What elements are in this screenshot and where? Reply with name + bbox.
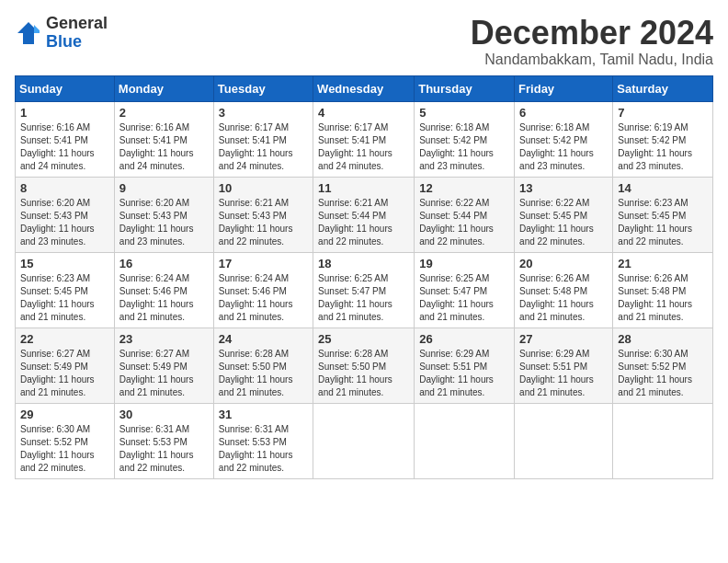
- calendar-header-friday: Friday: [515, 75, 613, 101]
- day-number: 4: [318, 106, 409, 120]
- day-number: 9: [119, 181, 209, 195]
- page-header: General Blue December 2024 Nandambakkam,…: [15, 15, 713, 68]
- day-info: Sunrise: 6:21 AM Sunset: 5:43 PM Dayligh…: [219, 197, 308, 248]
- day-info: Sunrise: 6:24 AM Sunset: 5:46 PM Dayligh…: [119, 272, 209, 324]
- calendar-cell: 9Sunrise: 6:20 AM Sunset: 5:43 PM Daylig…: [114, 177, 213, 252]
- calendar-cell: 8Sunrise: 6:20 AM Sunset: 5:43 PM Daylig…: [16, 177, 115, 252]
- calendar-cell: [613, 403, 713, 478]
- calendar-cell: 17Sunrise: 6:24 AM Sunset: 5:46 PM Dayli…: [213, 252, 313, 327]
- calendar-cell: 24Sunrise: 6:28 AM Sunset: 5:50 PM Dayli…: [213, 327, 313, 403]
- day-number: 2: [119, 106, 209, 120]
- day-number: 14: [618, 181, 708, 195]
- day-info: Sunrise: 6:23 AM Sunset: 5:45 PM Dayligh…: [618, 197, 708, 248]
- calendar-cell: 29Sunrise: 6:30 AM Sunset: 5:52 PM Dayli…: [16, 403, 115, 478]
- calendar-cell: 3Sunrise: 6:17 AM Sunset: 5:41 PM Daylig…: [213, 101, 313, 177]
- day-info: Sunrise: 6:31 AM Sunset: 5:53 PM Dayligh…: [219, 423, 308, 475]
- day-info: Sunrise: 6:25 AM Sunset: 5:47 PM Dayligh…: [419, 272, 509, 324]
- day-number: 25: [318, 332, 409, 346]
- calendar-cell: 7Sunrise: 6:19 AM Sunset: 5:42 PM Daylig…: [613, 101, 713, 177]
- calendar-cell: 25Sunrise: 6:28 AM Sunset: 5:50 PM Dayli…: [313, 327, 415, 403]
- day-info: Sunrise: 6:24 AM Sunset: 5:46 PM Dayligh…: [219, 272, 308, 324]
- day-number: 13: [519, 181, 608, 195]
- day-number: 11: [318, 181, 409, 195]
- calendar-cell: 19Sunrise: 6:25 AM Sunset: 5:47 PM Dayli…: [415, 252, 515, 327]
- day-number: 15: [20, 257, 109, 270]
- calendar-cell: 13Sunrise: 6:22 AM Sunset: 5:45 PM Dayli…: [515, 177, 613, 252]
- calendar-header-tuesday: Tuesday: [213, 75, 313, 101]
- day-number: 10: [219, 181, 308, 195]
- calendar-cell: 28Sunrise: 6:30 AM Sunset: 5:52 PM Dayli…: [613, 327, 713, 403]
- calendar-cell: 6Sunrise: 6:18 AM Sunset: 5:42 PM Daylig…: [515, 101, 613, 177]
- calendar-week-5: 29Sunrise: 6:30 AM Sunset: 5:52 PM Dayli…: [16, 403, 713, 478]
- calendar-cell: 27Sunrise: 6:29 AM Sunset: 5:51 PM Dayli…: [515, 327, 613, 403]
- calendar-header-wednesday: Wednesday: [313, 75, 415, 101]
- calendar-cell: 2Sunrise: 6:16 AM Sunset: 5:41 PM Daylig…: [114, 101, 213, 177]
- calendar-table: SundayMondayTuesdayWednesdayThursdayFrid…: [15, 75, 713, 479]
- day-info: Sunrise: 6:17 AM Sunset: 5:41 PM Dayligh…: [318, 121, 409, 173]
- day-number: 21: [618, 257, 708, 270]
- day-number: 23: [119, 332, 209, 346]
- calendar-week-4: 22Sunrise: 6:27 AM Sunset: 5:49 PM Dayli…: [16, 327, 713, 403]
- day-info: Sunrise: 6:22 AM Sunset: 5:44 PM Dayligh…: [419, 197, 509, 248]
- calendar-cell: [415, 403, 515, 478]
- logo-icon: [15, 19, 42, 47]
- day-number: 24: [219, 332, 308, 346]
- calendar-cell: 30Sunrise: 6:31 AM Sunset: 5:53 PM Dayli…: [114, 403, 213, 478]
- day-info: Sunrise: 6:27 AM Sunset: 5:49 PM Dayligh…: [119, 348, 209, 399]
- day-info: Sunrise: 6:25 AM Sunset: 5:47 PM Dayligh…: [318, 272, 409, 324]
- calendar-cell: 12Sunrise: 6:22 AM Sunset: 5:44 PM Dayli…: [415, 177, 515, 252]
- location-title: Nandambakkam, Tamil Nadu, India: [471, 52, 713, 68]
- calendar-header-sunday: Sunday: [16, 75, 115, 101]
- calendar-cell: 31Sunrise: 6:31 AM Sunset: 5:53 PM Dayli…: [213, 403, 313, 478]
- day-info: Sunrise: 6:30 AM Sunset: 5:52 PM Dayligh…: [618, 348, 708, 399]
- day-number: 16: [119, 257, 209, 270]
- day-number: 6: [519, 106, 608, 120]
- calendar-week-3: 15Sunrise: 6:23 AM Sunset: 5:45 PM Dayli…: [16, 252, 713, 327]
- calendar-cell: 18Sunrise: 6:25 AM Sunset: 5:47 PM Dayli…: [313, 252, 415, 327]
- day-number: 30: [119, 408, 209, 421]
- calendar-cell: 22Sunrise: 6:27 AM Sunset: 5:49 PM Dayli…: [16, 327, 115, 403]
- day-info: Sunrise: 6:26 AM Sunset: 5:48 PM Dayligh…: [519, 272, 608, 324]
- calendar-header-saturday: Saturday: [613, 75, 713, 101]
- calendar-cell: 20Sunrise: 6:26 AM Sunset: 5:48 PM Dayli…: [515, 252, 613, 327]
- month-title: December 2024: [471, 15, 713, 52]
- day-info: Sunrise: 6:16 AM Sunset: 5:41 PM Dayligh…: [20, 121, 109, 173]
- calendar-cell: 16Sunrise: 6:24 AM Sunset: 5:46 PM Dayli…: [114, 252, 213, 327]
- day-info: Sunrise: 6:18 AM Sunset: 5:42 PM Dayligh…: [519, 121, 608, 173]
- day-info: Sunrise: 6:27 AM Sunset: 5:49 PM Dayligh…: [20, 348, 109, 399]
- calendar-cell: 5Sunrise: 6:18 AM Sunset: 5:42 PM Daylig…: [415, 101, 515, 177]
- day-number: 5: [419, 106, 509, 120]
- day-info: Sunrise: 6:29 AM Sunset: 5:51 PM Dayligh…: [419, 348, 509, 399]
- calendar-cell: 10Sunrise: 6:21 AM Sunset: 5:43 PM Dayli…: [213, 177, 313, 252]
- day-number: 20: [519, 257, 608, 270]
- day-info: Sunrise: 6:20 AM Sunset: 5:43 PM Dayligh…: [20, 197, 109, 248]
- calendar-week-1: 1Sunrise: 6:16 AM Sunset: 5:41 PM Daylig…: [16, 101, 713, 177]
- calendar-cell: 26Sunrise: 6:29 AM Sunset: 5:51 PM Dayli…: [415, 327, 515, 403]
- calendar-cell: [515, 403, 613, 478]
- day-info: Sunrise: 6:28 AM Sunset: 5:50 PM Dayligh…: [318, 348, 409, 399]
- day-number: 1: [20, 106, 109, 120]
- calendar-cell: 23Sunrise: 6:27 AM Sunset: 5:49 PM Dayli…: [114, 327, 213, 403]
- day-info: Sunrise: 6:22 AM Sunset: 5:45 PM Dayligh…: [519, 197, 608, 248]
- day-number: 31: [219, 408, 308, 421]
- calendar-header-monday: Monday: [114, 75, 213, 101]
- day-info: Sunrise: 6:19 AM Sunset: 5:42 PM Dayligh…: [618, 121, 708, 173]
- calendar-cell: 1Sunrise: 6:16 AM Sunset: 5:41 PM Daylig…: [16, 101, 115, 177]
- day-info: Sunrise: 6:16 AM Sunset: 5:41 PM Dayligh…: [119, 121, 209, 173]
- logo-text: General Blue: [46, 15, 108, 52]
- day-info: Sunrise: 6:20 AM Sunset: 5:43 PM Dayligh…: [119, 197, 209, 248]
- day-number: 18: [318, 257, 409, 270]
- day-number: 22: [20, 332, 109, 346]
- calendar-cell: 11Sunrise: 6:21 AM Sunset: 5:44 PM Dayli…: [313, 177, 415, 252]
- calendar-body: 1Sunrise: 6:16 AM Sunset: 5:41 PM Daylig…: [16, 101, 713, 478]
- calendar-cell: 15Sunrise: 6:23 AM Sunset: 5:45 PM Dayli…: [16, 252, 115, 327]
- day-number: 28: [618, 332, 708, 346]
- day-info: Sunrise: 6:23 AM Sunset: 5:45 PM Dayligh…: [20, 272, 109, 324]
- calendar-header-row: SundayMondayTuesdayWednesdayThursdayFrid…: [16, 75, 713, 101]
- day-number: 7: [618, 106, 708, 120]
- day-number: 29: [20, 408, 109, 421]
- day-info: Sunrise: 6:17 AM Sunset: 5:41 PM Dayligh…: [219, 121, 308, 173]
- day-info: Sunrise: 6:21 AM Sunset: 5:44 PM Dayligh…: [318, 197, 409, 248]
- day-info: Sunrise: 6:28 AM Sunset: 5:50 PM Dayligh…: [219, 348, 308, 399]
- logo: General Blue: [15, 15, 108, 52]
